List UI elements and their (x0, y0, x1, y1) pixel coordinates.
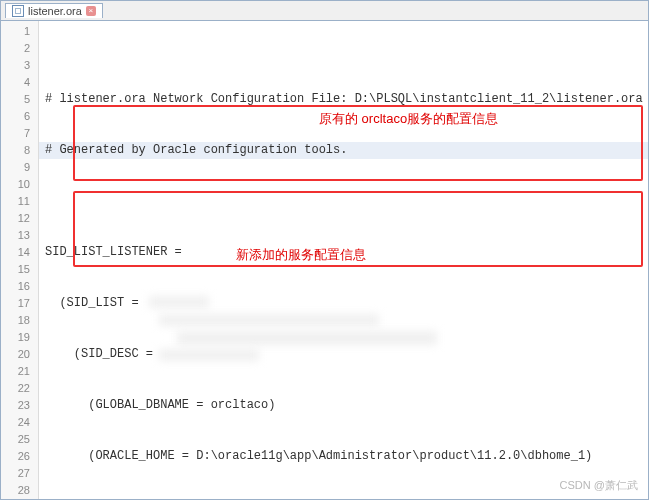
line-number: 9 (1, 159, 30, 176)
line-number: 7 (1, 125, 30, 142)
line-number: 13 (1, 227, 30, 244)
line-number: 24 (1, 414, 30, 431)
line-number: 8 (1, 142, 30, 159)
line-number: 28 (1, 482, 30, 499)
file-icon (12, 5, 24, 17)
line-number: 16 (1, 278, 30, 295)
line-number: 3 (1, 57, 30, 74)
line-number: 22 (1, 380, 30, 397)
line-number: 10 (1, 176, 30, 193)
line-number: 25 (1, 431, 30, 448)
code-line: (ORACLE_HOME = D:\oracle11g\app\Administ… (45, 448, 648, 465)
line-number: 1 (1, 23, 30, 40)
close-icon[interactable]: × (86, 6, 96, 16)
line-number: 14 (1, 244, 30, 261)
tab-bar: listener.ora × (1, 1, 648, 21)
line-number: 20 (1, 346, 30, 363)
code-line: (GLOBAL_DBNAME = orcltaco) (45, 397, 648, 414)
watermark: CSDN @萧仁武 (560, 478, 638, 493)
line-number: 26 (1, 448, 30, 465)
line-number: 15 (1, 261, 30, 278)
code-line: # listener.ora Network Configuration Fil… (45, 91, 648, 108)
code-line (45, 193, 648, 210)
code-line: (SID_LIST = (45, 295, 648, 312)
line-number: 11 (1, 193, 30, 210)
line-number: 23 (1, 397, 30, 414)
code-line: # Generated by Oracle configuration tool… (45, 142, 648, 159)
line-number: 4 (1, 74, 30, 91)
line-number: 27 (1, 465, 30, 482)
blurred-region (159, 314, 379, 326)
line-number: 19 (1, 329, 30, 346)
code-line: (SID_DESC = (45, 346, 648, 363)
line-number: 2 (1, 40, 30, 57)
file-tab[interactable]: listener.ora × (5, 3, 103, 18)
line-gutter: 1234567891011121314151617181920212223242… (1, 21, 39, 499)
blurred-region (177, 331, 437, 345)
annotation-text-original: 原有的 orcltaco服务的配置信息 (319, 110, 498, 128)
line-number: 5 (1, 91, 30, 108)
line-number: 17 (1, 295, 30, 312)
line-number: 12 (1, 210, 30, 227)
line-number: 6 (1, 108, 30, 125)
annotation-text-added: 新添加的服务配置信息 (236, 246, 366, 264)
tab-title: listener.ora (28, 5, 82, 17)
line-number: 18 (1, 312, 30, 329)
line-number: 21 (1, 363, 30, 380)
